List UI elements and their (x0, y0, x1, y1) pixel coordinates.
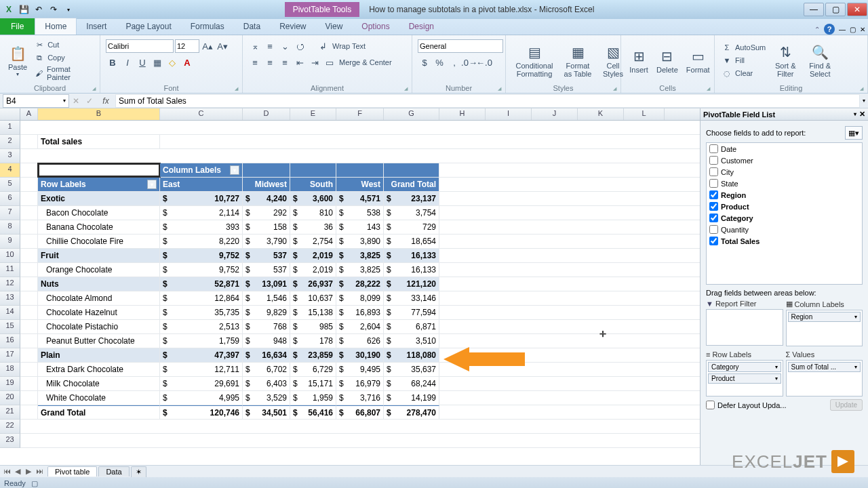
worksheet[interactable]: A B C D E F G H I J K L 1234567891011121… (0, 108, 700, 465)
col-head-D[interactable]: D (243, 108, 290, 120)
sheet-nav-first-icon[interactable]: ⏮ (1, 467, 12, 476)
window-restore-icon[interactable]: ▢ (850, 26, 856, 33)
row-head[interactable]: 16 (0, 334, 20, 348)
row-head[interactable]: 14 (0, 306, 20, 320)
col-head-A[interactable]: A (20, 108, 38, 120)
row-head[interactable]: 9 (0, 235, 20, 249)
enter-formula-icon[interactable]: ✓ (83, 96, 96, 106)
field-checkbox[interactable] (709, 156, 718, 165)
new-sheet-button[interactable]: ✶ (131, 466, 146, 477)
sheet-tab-pivot-table[interactable]: Pivot table (47, 466, 97, 476)
select-all-corner[interactable] (0, 108, 20, 120)
field-checkbox[interactable] (709, 202, 718, 211)
field-checkbox[interactable] (709, 214, 718, 222)
sheet-tab-data[interactable]: Data (98, 466, 129, 476)
tab-review[interactable]: Review (270, 18, 315, 35)
align-right-icon[interactable]: ≡ (278, 56, 292, 69)
decrease-indent-icon[interactable]: ⇤ (293, 56, 307, 69)
window-close-icon[interactable]: ✕ (860, 26, 865, 33)
formula-input[interactable] (115, 94, 860, 108)
tab-home[interactable]: Home (35, 18, 77, 35)
col-head-B[interactable]: B (38, 108, 160, 120)
tab-insert[interactable]: Insert (77, 18, 116, 35)
col-head-J[interactable]: J (532, 108, 578, 120)
row-head[interactable]: 21 (0, 405, 20, 420)
redo-icon[interactable]: ↷ (47, 3, 60, 16)
save-icon[interactable]: 💾 (18, 3, 30, 16)
fx-icon[interactable]: fx (96, 96, 115, 106)
number-format-select[interactable] (418, 39, 503, 53)
defer-layout-checkbox[interactable] (706, 401, 715, 409)
bold-button[interactable]: B (106, 56, 119, 69)
row-head[interactable]: 17 (0, 348, 20, 363)
delete-cells-button[interactable]: ⊟Delete (654, 45, 681, 75)
maximize-button[interactable]: ▢ (825, 3, 846, 16)
row-head[interactable]: 19 (0, 377, 20, 391)
format-as-table-button[interactable]: ▦Format as Table (560, 41, 595, 79)
align-bottom-icon[interactable]: ⌄ (278, 39, 292, 53)
field-checkbox[interactable] (709, 225, 718, 234)
field-item[interactable]: State (707, 178, 862, 189)
fill-color-button[interactable]: ◇ (165, 56, 179, 69)
window-min-icon[interactable]: — (839, 26, 846, 33)
close-button[interactable]: ✕ (847, 3, 867, 16)
field-list-layout-button[interactable]: ▦▾ (845, 126, 863, 140)
col-head-I[interactable]: I (486, 108, 532, 120)
col-head-F[interactable]: F (336, 108, 384, 120)
field-checkbox-list[interactable]: DateCustomerCityStateRegionProductCatego… (706, 142, 863, 285)
row-labels-area[interactable]: Category▾Product▾ (706, 360, 783, 396)
cancel-formula-icon[interactable]: ✕ (69, 96, 83, 106)
undo-icon[interactable]: ↶ (33, 3, 45, 16)
macro-record-icon[interactable]: ▢ (31, 479, 38, 488)
field-checkbox[interactable] (709, 144, 718, 153)
area-pill[interactable]: Category▾ (708, 362, 781, 372)
tab-page-layout[interactable]: Page Layout (116, 18, 180, 35)
col-head-K[interactable]: K (578, 108, 624, 120)
col-head-E[interactable]: E (290, 108, 336, 120)
align-left-icon[interactable]: ≡ (248, 56, 262, 69)
sheet-nav-next-icon[interactable]: ▶ (23, 467, 34, 476)
percent-icon[interactable]: % (433, 56, 446, 69)
row-head[interactable]: 5 (0, 178, 20, 192)
merge-center-button[interactable]: Merge & Center (338, 56, 393, 69)
increase-indent-icon[interactable]: ⇥ (308, 56, 321, 69)
help-icon[interactable]: ? (824, 24, 835, 35)
col-head-L[interactable]: L (624, 108, 665, 120)
row-head[interactable]: 7 (0, 206, 20, 220)
decrease-decimal-icon[interactable]: ←.0 (477, 56, 491, 69)
minimize-ribbon-icon[interactable]: ⌃ (814, 26, 820, 33)
font-name-select[interactable] (106, 39, 174, 53)
field-item[interactable]: City (707, 166, 862, 178)
underline-button[interactable]: U (136, 56, 149, 69)
row-head[interactable]: 13 (0, 291, 20, 306)
field-checkbox[interactable] (709, 179, 718, 188)
field-item[interactable]: Customer (707, 155, 862, 166)
col-head-G[interactable]: G (384, 108, 439, 120)
row-head[interactable]: 20 (0, 391, 20, 405)
field-item[interactable]: Total Sales (707, 235, 862, 247)
col-labels-dropdown-icon[interactable]: ▾ (230, 165, 239, 175)
row-head[interactable]: 3 (0, 149, 20, 163)
row-head[interactable]: 4 (0, 163, 20, 178)
report-filter-area[interactable] (706, 309, 783, 346)
row-head[interactable]: 23 (0, 434, 20, 448)
align-middle-icon[interactable]: ≡ (263, 39, 277, 53)
field-checkbox[interactable] (709, 237, 718, 245)
clear-button[interactable]: ◌Clear (720, 67, 767, 79)
row-head[interactable]: 2 (0, 135, 20, 149)
row-labels-dropdown-icon[interactable]: ▾ (147, 180, 157, 189)
col-head-H[interactable]: H (439, 108, 486, 120)
decrease-font-icon[interactable]: A▾ (216, 39, 229, 53)
row-head[interactable]: 1 (0, 121, 20, 135)
sheet-nav-last-icon[interactable]: ⏭ (34, 467, 45, 476)
tab-options[interactable]: Options (352, 18, 399, 35)
sheet-nav-prev-icon[interactable]: ◀ (12, 467, 23, 476)
row-head[interactable]: 6 (0, 192, 20, 206)
column-labels-area[interactable]: Region▾ (786, 310, 863, 346)
minimize-button[interactable]: — (804, 3, 824, 16)
qat-dropdown-icon[interactable]: ▾ (62, 3, 75, 16)
font-size-select[interactable] (175, 39, 199, 53)
expand-formula-icon[interactable]: ▾ (860, 98, 868, 104)
field-checkbox[interactable] (709, 190, 718, 199)
row-head[interactable]: 15 (0, 320, 20, 334)
